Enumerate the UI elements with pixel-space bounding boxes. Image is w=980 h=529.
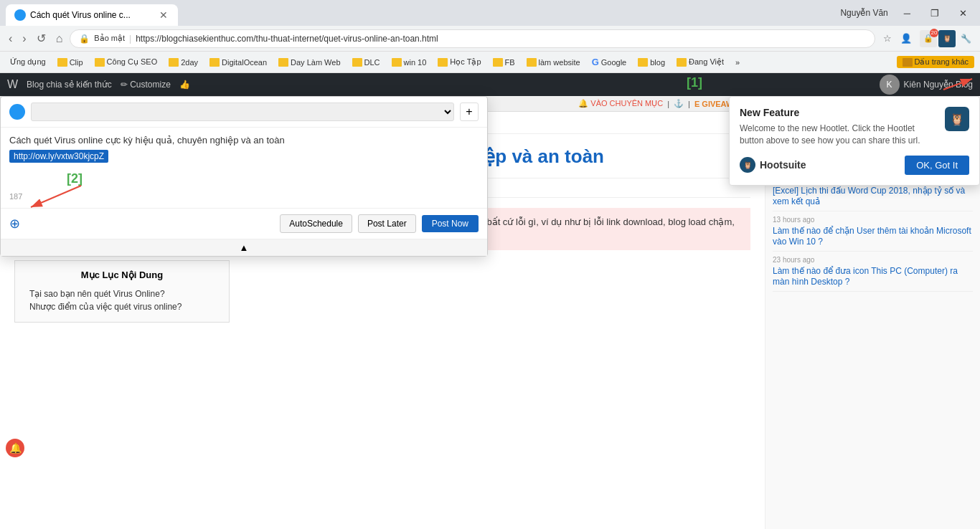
- hootlet-add-btn[interactable]: +: [460, 103, 479, 121]
- bk-clip-label: Clip: [70, 58, 83, 67]
- bk-2day-label: 2day: [181, 58, 198, 67]
- wp-customize[interactable]: ✏ Customize: [121, 80, 171, 90]
- notif-content: New Feature Welcome to the new Hootlet. …: [740, 107, 969, 156]
- wp-customize-label: ✏ Customize: [121, 80, 171, 90]
- address-box[interactable]: 🔒 Bảo mật | https://blogchiasekienthuc.c…: [70, 29, 875, 48]
- post-time-3: 23 hours ago: [773, 256, 973, 264]
- bk-google[interactable]: G Google: [588, 55, 631, 69]
- wp-like[interactable]: 👍: [179, 80, 190, 90]
- notif-body: Welcome to the new Hootlet. Click the Ho…: [740, 123, 938, 147]
- bk-ung-dung[interactable]: Ứng dụng: [6, 56, 50, 68]
- hootsuite-logo: 🦉 Hootsuite: [740, 157, 806, 173]
- toc-item-2[interactable]: Nhược điểm của việc quét virus online?: [29, 300, 215, 313]
- post-link-1[interactable]: [Excel] Lịch thi đấu Word Cup 2018, nhập…: [773, 186, 965, 206]
- home-btn[interactable]: ⌂: [53, 32, 66, 45]
- bk-blog-label: blog: [650, 58, 665, 67]
- ext-icon-1[interactable]: 🔒20: [920, 30, 937, 47]
- hootsuite-logo-icon: 🦉: [740, 157, 755, 173]
- hootlet-media-icon[interactable]: ⊕: [9, 216, 20, 232]
- notif-footer: 🦉 Hootsuite OK, Got It: [740, 156, 969, 175]
- bk-more-btn[interactable]: »: [731, 57, 744, 68]
- bk-digitalocean[interactable]: DigitalOcean: [205, 57, 271, 68]
- bk-dlc[interactable]: DLC: [348, 57, 385, 68]
- post-link-2[interactable]: Làm thế nào để chặn User thêm tài khoản …: [773, 226, 971, 247]
- bk-blog[interactable]: blog: [633, 57, 669, 68]
- active-tab[interactable]: Cách quét Virus online c... ✕: [6, 4, 178, 26]
- post-later-btn[interactable]: Post Later: [358, 214, 416, 233]
- chrome-window-controls: Nguyễn Văn ─ ❐ ✕: [840, 8, 974, 19]
- wp-logo-item[interactable]: W: [7, 78, 18, 91]
- hootlet-compose-text: Cách quét Virus online cực kỳ hiệu quả, …: [9, 135, 479, 146]
- bk-dangviet-label: Đang Việt: [689, 57, 724, 67]
- red-arrow: [9, 178, 52, 180]
- label-arrow-svg: [936, 75, 979, 97]
- bk-dangviet[interactable]: Đang Việt: [672, 56, 728, 68]
- got-it-btn[interactable]: OK, Got It: [905, 156, 969, 175]
- bk-hoctap[interactable]: Học Tập: [433, 56, 485, 68]
- hootsuite-notification: [1] New Feature Welcome to the new Hootl…: [729, 96, 980, 186]
- url-text: https://blogchiasekienthuc.com/thu-thuat…: [136, 34, 866, 44]
- bk-folder-icon: [278, 58, 288, 67]
- post-now-btn[interactable]: Post Now: [422, 215, 479, 232]
- bk-win10[interactable]: win 10: [387, 57, 431, 68]
- hootlet-collapse-btn[interactable]: ▲: [1, 239, 487, 256]
- hootsuite-ext-icon[interactable]: 🦉: [938, 30, 956, 47]
- bk-other-pages[interactable]: Dấu trang khác: [897, 56, 974, 68]
- tab-favicon: [14, 9, 26, 21]
- back-btn[interactable]: ‹: [6, 32, 15, 45]
- anchor-btn[interactable]: ⚓: [674, 99, 684, 108]
- bk-folder-icon: [392, 58, 402, 67]
- hootlet-short-url[interactable]: http://ow.ly/vxtw30kjcpZ: [9, 150, 108, 163]
- address-bar-icons: ☆ 👤 🔒20 🦉 🔧: [880, 30, 974, 47]
- bk-2day[interactable]: 2day: [164, 57, 202, 68]
- profile-icon[interactable]: 👤: [898, 31, 914, 47]
- bookmark-star-icon[interactable]: ☆: [880, 31, 895, 47]
- bk-folder-icon: [493, 58, 503, 67]
- maximize-btn[interactable]: ❐: [926, 8, 943, 19]
- bk-seo[interactable]: Công Cụ SEO: [90, 56, 162, 68]
- forward-btn[interactable]: ›: [19, 32, 29, 45]
- chrome-addressbar: ‹ › ↺ ⌂ 🔒 Bảo mật | https://blogchiaseki…: [0, 26, 980, 52]
- wp-avatar: K: [880, 75, 900, 95]
- toc-item-1[interactable]: Tại sao bạn nên quét Virus Online?: [29, 287, 215, 300]
- refresh-btn[interactable]: ↺: [34, 32, 49, 45]
- user-name: Nguyễn Văn: [840, 8, 887, 18]
- vao-chuyen-muc-btn[interactable]: 🔔 VÀO CHUYÊN MỤC: [578, 99, 663, 108]
- bk-fb[interactable]: FB: [489, 57, 519, 68]
- bk-google-text: Google: [601, 58, 626, 67]
- bk-folder-icon: [95, 58, 105, 67]
- hootlet-arrow-area: [2]: [9, 171, 479, 186]
- security-text: Bảo mật: [94, 34, 125, 43]
- notification-bell[interactable]: 🔔: [6, 439, 24, 457]
- bk-more-label: »: [735, 58, 740, 67]
- wp-site-name[interactable]: Blog chia sẻ kiến thức: [27, 80, 112, 90]
- lock-icon: 🔒: [79, 34, 90, 44]
- post-link-3[interactable]: Làm thế nào để đưa icon This PC (Compute…: [773, 266, 958, 287]
- toc-title: Mục Lục Nội Dung: [29, 270, 215, 280]
- bk-folder-icon: [209, 58, 220, 67]
- chrome-titlebar: Cách quét Virus online c... ✕ Nguyễn Văn…: [0, 0, 980, 26]
- bk-ung-dung-label: Ứng dụng: [10, 57, 46, 67]
- close-btn[interactable]: ✕: [955, 8, 971, 19]
- ext-icon-3[interactable]: 🔧: [957, 30, 974, 47]
- wp-site-label: Blog chia sẻ kiến thức: [27, 80, 112, 90]
- bookmarks-bar: Ứng dụng Clip Công Cụ SEO 2day DigitalOc…: [0, 52, 980, 73]
- bk-lamweb[interactable]: làm website: [522, 57, 585, 68]
- hootlet-account-dropdown[interactable]: [31, 103, 454, 121]
- autoschedule-btn[interactable]: AutoSchedule: [280, 214, 352, 233]
- bk-clip[interactable]: Clip: [53, 57, 88, 68]
- bk-dlc-label: DLC: [364, 58, 380, 67]
- bk-folder-icon: [169, 58, 179, 67]
- bk-hoctap-label: Học Tập: [450, 57, 481, 67]
- bk-daylam[interactable]: Day Làm Web: [274, 57, 345, 68]
- bk-seo-label: Công Cụ SEO: [107, 57, 158, 67]
- minimize-btn[interactable]: ─: [900, 8, 915, 19]
- bk-folder-icon: [57, 58, 67, 67]
- ext-badge: 20: [930, 29, 938, 37]
- wp-icon: W: [7, 78, 18, 91]
- tab-close-btn[interactable]: ✕: [158, 8, 169, 22]
- nav-sep: |: [667, 100, 669, 108]
- extensions-area: 🔒20 🦉 🔧: [920, 30, 974, 47]
- hootsuite-owl-icon: 🦉: [945, 107, 969, 131]
- hootlet-header: +: [1, 97, 487, 128]
